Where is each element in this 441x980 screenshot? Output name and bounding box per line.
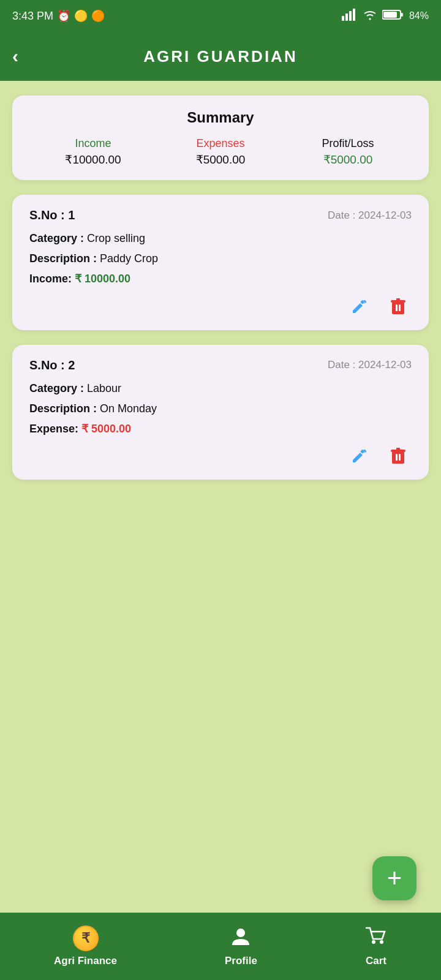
bottom-nav: ₹ Agri Finance Profile Cart xyxy=(0,913,441,980)
delete-button-1[interactable] xyxy=(385,293,412,320)
record-amount-2: Expense: ₹ 5000.00 xyxy=(29,421,412,437)
record-date-1: Date : 2024-12-03 xyxy=(328,209,412,222)
status-time: 3:43 PM ⏰ 🟡 🟠 xyxy=(12,9,105,23)
record-actions-1 xyxy=(29,293,412,320)
signal-icon xyxy=(342,9,358,23)
svg-point-21 xyxy=(380,940,383,944)
status-bar: 3:43 PM ⏰ 🟡 🟠 xyxy=(0,0,441,32)
edit-button-1[interactable] xyxy=(345,293,372,320)
record-card-1: S.No : 1 Date : 2024-12-03 Category : Cr… xyxy=(12,195,429,330)
record-amount-1: Income: ₹ 10000.00 xyxy=(29,271,412,287)
svg-point-20 xyxy=(372,940,375,944)
add-record-button[interactable]: + xyxy=(372,856,417,900)
record-description-1: Description : Paddy Crop xyxy=(29,251,412,266)
svg-rect-6 xyxy=(383,12,397,18)
income-value: ₹10000.00 xyxy=(29,153,157,167)
records-container: S.No : 1 Date : 2024-12-03 Category : Cr… xyxy=(12,195,429,480)
expenses-label: Expenses xyxy=(157,137,284,150)
battery-icon xyxy=(382,9,404,23)
svg-rect-14 xyxy=(392,451,404,464)
nav-item-cart[interactable]: Cart xyxy=(365,925,387,967)
back-button[interactable]: ‹ xyxy=(12,46,18,67)
app-header: ‹ AGRI GUARDIAN xyxy=(0,32,441,81)
svg-rect-8 xyxy=(392,302,404,314)
record-actions-2 xyxy=(29,443,412,470)
svg-rect-10 xyxy=(396,298,400,301)
svg-rect-11 xyxy=(396,304,398,311)
expenses-col: Expenses ₹5000.00 xyxy=(157,137,284,167)
record-description-2: Description : On Monday xyxy=(29,401,412,417)
record-category-1: Category : Crop selling xyxy=(29,231,412,246)
summary-title: Summary xyxy=(29,109,412,126)
svg-point-19 xyxy=(236,929,245,937)
record-category-2: Category : Labour xyxy=(29,381,412,396)
alarm-icon: ⏰ xyxy=(57,9,70,23)
svg-rect-17 xyxy=(396,454,398,461)
agri-finance-icon: ₹ xyxy=(73,925,99,951)
svg-rect-3 xyxy=(353,9,355,21)
edit-button-2[interactable] xyxy=(345,443,372,470)
status-icons: 84% xyxy=(342,9,429,23)
record-date-2: Date : 2024-12-03 xyxy=(328,359,412,371)
cart-icon xyxy=(365,925,387,951)
delete-button-2[interactable] xyxy=(385,443,412,470)
profit-value: ₹5000.00 xyxy=(284,153,412,167)
profile-icon xyxy=(230,925,252,951)
coin-icon: 🟡 xyxy=(74,9,88,23)
nav-item-profile[interactable]: Profile xyxy=(225,925,257,967)
svg-rect-1 xyxy=(345,13,348,21)
profit-label: Profit/Loss xyxy=(284,137,412,150)
wifi-icon xyxy=(363,9,377,23)
svg-rect-0 xyxy=(342,16,344,21)
app-title: AGRI GUARDIAN xyxy=(143,47,297,66)
svg-rect-18 xyxy=(399,454,401,461)
svg-rect-16 xyxy=(396,448,400,450)
svg-rect-12 xyxy=(399,304,401,311)
summary-row: Income ₹10000.00 Expenses ₹5000.00 Profi… xyxy=(29,137,412,167)
nav-item-agri-finance[interactable]: ₹ Agri Finance xyxy=(54,925,117,967)
income-label: Income xyxy=(29,137,157,150)
expenses-value: ₹5000.00 xyxy=(157,153,284,167)
record-card-2: S.No : 2 Date : 2024-12-03 Category : La… xyxy=(12,345,429,480)
main-content: Summary Income ₹10000.00 Expenses ₹5000.… xyxy=(0,81,441,913)
income-col: Income ₹10000.00 xyxy=(29,137,157,167)
record-sno-1: S.No : 1 xyxy=(29,208,75,222)
nav-label-cart: Cart xyxy=(366,955,386,967)
record-header-1: S.No : 1 Date : 2024-12-03 xyxy=(29,208,412,222)
nav-label-profile: Profile xyxy=(225,955,257,967)
record-sno-2: S.No : 2 xyxy=(29,358,75,372)
time-text: 3:43 PM xyxy=(12,10,53,23)
record-header-2: S.No : 2 Date : 2024-12-03 xyxy=(29,358,412,372)
nav-label-agri-finance: Agri Finance xyxy=(54,955,117,967)
battery-percent: 84% xyxy=(409,10,429,21)
svg-rect-2 xyxy=(349,11,352,21)
summary-card: Summary Income ₹10000.00 Expenses ₹5000.… xyxy=(12,96,429,180)
profit-col: Profit/Loss ₹5000.00 xyxy=(284,137,412,167)
svg-rect-5 xyxy=(401,13,403,17)
notification-icon: 🟠 xyxy=(91,9,105,23)
